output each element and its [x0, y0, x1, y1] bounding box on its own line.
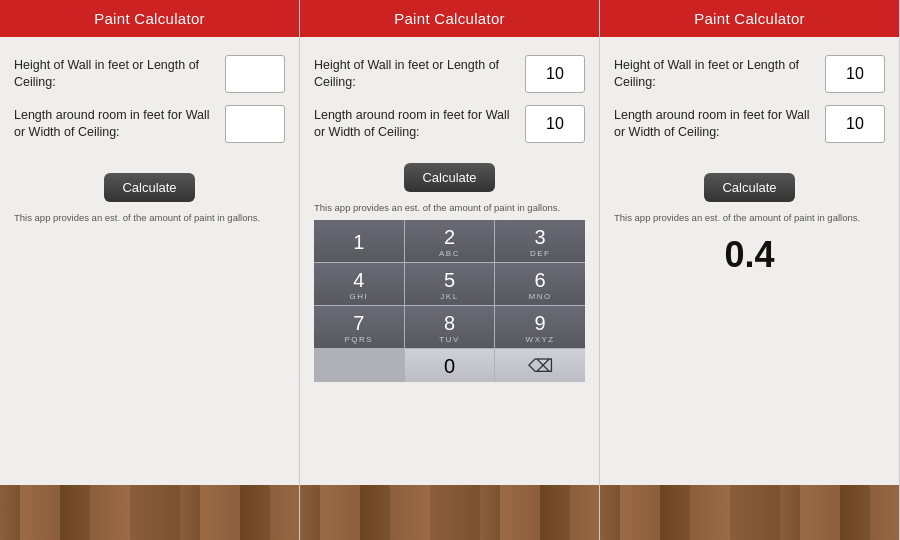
result-value: 0.4 — [614, 234, 885, 276]
length-label-2: Length around room in feet for Wall or W… — [314, 107, 525, 141]
numpad: 1 2 ABC 3 DEF 4 GHI 5 JKL 6 MNO — [314, 220, 585, 382]
numpad-key-0[interactable]: 0 — [405, 349, 495, 382]
height-label-2: Height of Wall in feet or Length of Ceil… — [314, 57, 525, 91]
numpad-key-7[interactable]: 7 PQRS — [314, 306, 404, 348]
length-input-1[interactable] — [225, 105, 285, 143]
numpad-key-5[interactable]: 5 JKL — [405, 263, 495, 305]
length-field-row-1: Length around room in feet for Wall or W… — [14, 105, 285, 143]
height-label-1: Height of Wall in feet or Length of Ceil… — [14, 57, 225, 91]
numpad-key-3[interactable]: 3 DEF — [495, 220, 585, 262]
panel-result: Paint Calculator Height of Wall in feet … — [600, 0, 900, 540]
height-input-1[interactable] — [225, 55, 285, 93]
disclaimer-3: This app provides an est. of the amount … — [614, 212, 885, 224]
disclaimer-1: This app provides an est. of the amount … — [14, 212, 285, 224]
numpad-key-1[interactable]: 1 — [314, 220, 404, 262]
height-input-2[interactable] — [525, 55, 585, 93]
numpad-key-4[interactable]: 4 GHI — [314, 263, 404, 305]
panel-3-header: Paint Calculator — [600, 0, 899, 37]
height-field-row-3: Height of Wall in feet or Length of Ceil… — [614, 55, 885, 93]
panel-3-body: Height of Wall in feet or Length of Ceil… — [600, 37, 899, 540]
disclaimer-2: This app provides an est. of the amount … — [314, 202, 585, 214]
calculate-button-3[interactable]: Calculate — [704, 173, 794, 202]
height-input-3[interactable] — [825, 55, 885, 93]
height-label-3: Height of Wall in feet or Length of Ceil… — [614, 57, 825, 91]
length-label-1: Length around room in feet for Wall or W… — [14, 107, 225, 141]
panel-numpad: Paint Calculator Height of Wall in feet … — [300, 0, 600, 540]
numpad-key-8[interactable]: 8 TUV — [405, 306, 495, 348]
calculate-button-1[interactable]: Calculate — [104, 173, 194, 202]
numpad-spacer-left — [314, 349, 404, 382]
length-label-3: Length around room in feet for Wall or W… — [614, 107, 825, 141]
length-field-row-2: Length around room in feet for Wall or W… — [314, 105, 585, 143]
length-input-2[interactable] — [525, 105, 585, 143]
length-input-3[interactable] — [825, 105, 885, 143]
numpad-key-2[interactable]: 2 ABC — [405, 220, 495, 262]
panel-empty: Paint Calculator Height of Wall in feet … — [0, 0, 300, 540]
numpad-key-9[interactable]: 9 WXYZ — [495, 306, 585, 348]
panel-1-header: Paint Calculator — [0, 0, 299, 37]
height-field-row-1: Height of Wall in feet or Length of Ceil… — [14, 55, 285, 93]
length-field-row-3: Length around room in feet for Wall or W… — [614, 105, 885, 143]
panel-2-body: Height of Wall in feet or Length of Ceil… — [300, 37, 599, 540]
panel-2-header: Paint Calculator — [300, 0, 599, 37]
numpad-key-6[interactable]: 6 MNO — [495, 263, 585, 305]
numpad-delete-key[interactable]: ⌫ — [495, 349, 585, 382]
panel-1-body: Height of Wall in feet or Length of Ceil… — [0, 37, 299, 540]
calculate-button-2[interactable]: Calculate — [404, 163, 494, 192]
height-field-row-2: Height of Wall in feet or Length of Ceil… — [314, 55, 585, 93]
